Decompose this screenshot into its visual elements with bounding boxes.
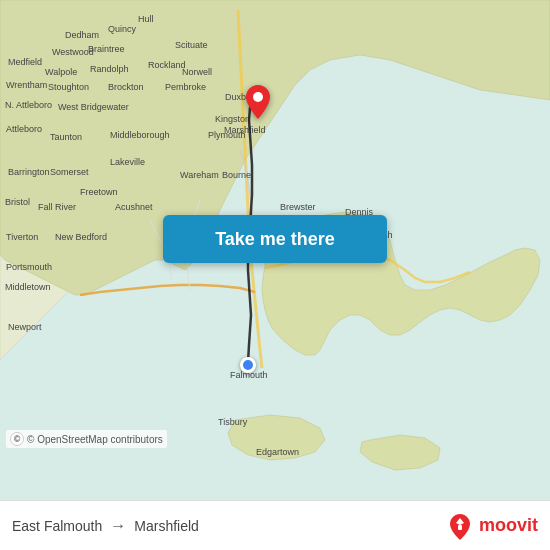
moovit-icon bbox=[446, 512, 474, 540]
osm-symbol: © bbox=[10, 432, 24, 446]
arrow-icon: → bbox=[110, 517, 126, 535]
svg-text:Middletown: Middletown bbox=[5, 282, 51, 292]
svg-text:Taunton: Taunton bbox=[50, 132, 82, 142]
svg-text:Bourne: Bourne bbox=[222, 170, 251, 180]
destination-marker bbox=[246, 85, 270, 123]
svg-text:Middleborough: Middleborough bbox=[110, 130, 170, 140]
svg-text:Attleboro: Attleboro bbox=[6, 124, 42, 134]
svg-text:New Bedford: New Bedford bbox=[55, 232, 107, 242]
svg-text:Kingston: Kingston bbox=[215, 114, 250, 124]
route-info: East Falmouth → Marshfield bbox=[12, 517, 199, 535]
svg-text:Newport: Newport bbox=[8, 322, 42, 332]
svg-text:Acushnet: Acushnet bbox=[115, 202, 153, 212]
svg-text:Portsmouth: Portsmouth bbox=[6, 262, 52, 272]
take-me-there-overlay: Take me there bbox=[163, 215, 387, 263]
svg-text:Stoughton: Stoughton bbox=[48, 82, 89, 92]
svg-text:Walpole: Walpole bbox=[45, 67, 77, 77]
svg-text:Wareham: Wareham bbox=[180, 170, 219, 180]
svg-text:Freetown: Freetown bbox=[80, 187, 118, 197]
origin-label: East Falmouth bbox=[12, 518, 102, 534]
svg-point-50 bbox=[253, 92, 263, 102]
svg-text:Pembroke: Pembroke bbox=[165, 82, 206, 92]
svg-text:Brewster: Brewster bbox=[280, 202, 316, 212]
svg-text:Scituate: Scituate bbox=[175, 40, 208, 50]
svg-text:Dedham: Dedham bbox=[65, 30, 99, 40]
moovit-text: moovit bbox=[479, 515, 538, 536]
svg-text:Bristol: Bristol bbox=[5, 197, 30, 207]
svg-rect-51 bbox=[458, 525, 462, 530]
map-container: Hull Dedham Quincy Westwood Braintree Sc… bbox=[0, 0, 550, 500]
svg-text:Norwell: Norwell bbox=[182, 67, 212, 77]
map-attribution: © © OpenStreetMap contributors bbox=[6, 430, 167, 448]
svg-text:Marshfield: Marshfield bbox=[224, 125, 266, 135]
svg-text:Rockland: Rockland bbox=[148, 60, 186, 70]
svg-text:Tisbury: Tisbury bbox=[218, 417, 248, 427]
moovit-logo: moovit bbox=[446, 512, 538, 540]
svg-text:Barrington: Barrington bbox=[8, 167, 50, 177]
svg-text:Brockton: Brockton bbox=[108, 82, 144, 92]
svg-text:Hull: Hull bbox=[138, 14, 154, 24]
svg-text:Tiverton: Tiverton bbox=[6, 232, 38, 242]
origin-marker bbox=[240, 357, 256, 373]
svg-text:Medfield: Medfield bbox=[8, 57, 42, 67]
svg-text:Wrentham: Wrentham bbox=[6, 80, 47, 90]
svg-text:Edgartown: Edgartown bbox=[256, 447, 299, 457]
svg-text:Braintree: Braintree bbox=[88, 44, 125, 54]
footer-bar: East Falmouth → Marshfield moovit bbox=[0, 500, 550, 550]
svg-text:Randolph: Randolph bbox=[90, 64, 129, 74]
svg-text:Lakeville: Lakeville bbox=[110, 157, 145, 167]
svg-text:Somerset: Somerset bbox=[50, 167, 89, 177]
svg-text:Fall River: Fall River bbox=[38, 202, 76, 212]
destination-label: Marshfield bbox=[134, 518, 199, 534]
svg-text:N. Attleboro: N. Attleboro bbox=[5, 100, 52, 110]
svg-text:West Bridgewater: West Bridgewater bbox=[58, 102, 129, 112]
attribution-text: © OpenStreetMap contributors bbox=[27, 434, 163, 445]
svg-text:Quincy: Quincy bbox=[108, 24, 137, 34]
take-me-there-button[interactable]: Take me there bbox=[163, 215, 387, 263]
